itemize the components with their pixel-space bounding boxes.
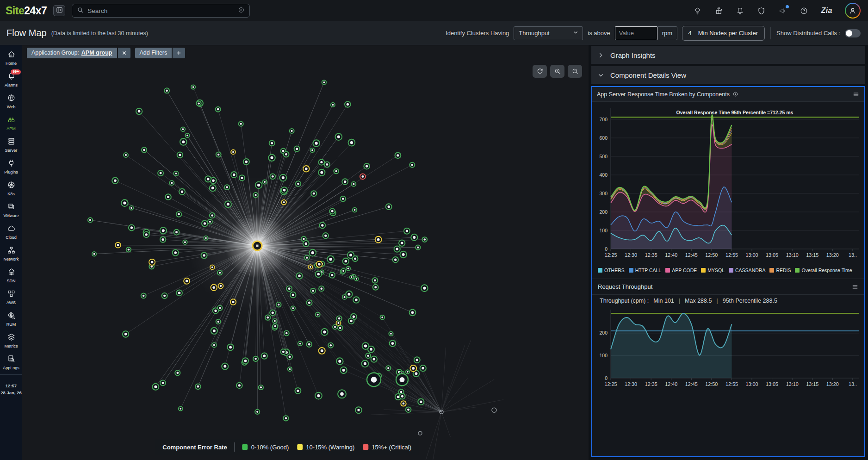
svg-text:13:20: 13:20 — [826, 381, 839, 387]
search-input[interactable] — [87, 7, 234, 14]
search-clear-icon[interactable] — [238, 6, 245, 15]
svg-text:13:20: 13:20 — [826, 252, 839, 258]
sidebar-item-k8s[interactable]: K8s — [0, 178, 22, 199]
svg-text:12:50: 12:50 — [705, 252, 718, 258]
sidebar-item-apm[interactable]: APM — [0, 112, 22, 134]
search-bar[interactable] — [72, 4, 250, 18]
cluster-label: Identify Clusters Having — [446, 30, 509, 37]
chart-legend-item[interactable]: APP CODE — [665, 267, 697, 273]
sidebar-item-applogs[interactable]: AppLogs — [0, 352, 22, 373]
legend-title: Component Error Rate — [162, 444, 227, 451]
user-avatar[interactable] — [845, 3, 861, 19]
sidebar-item-label: Web — [7, 105, 15, 109]
svg-text:Overall Response Time 95th Per: Overall Response Time 95th Percentile =7… — [676, 110, 794, 115]
network-icon — [7, 246, 16, 255]
lightbulb-icon[interactable] — [693, 6, 702, 15]
svg-text:12:25: 12:25 — [604, 381, 617, 387]
max-label: Max — [685, 298, 696, 304]
legend-item: 10-15% (Warning) — [297, 444, 354, 451]
page-subtitle: (Data is limited to the last 30 minutes) — [51, 30, 148, 37]
svg-text:600: 600 — [599, 135, 608, 141]
map-controls — [533, 65, 582, 78]
sidebar-item-alarms[interactable]: 99+Alarms — [0, 69, 22, 91]
sidebar-item-label: SDN — [6, 279, 15, 283]
chip-value[interactable]: APM group — [81, 50, 112, 56]
chart-legend-item[interactable]: OTHERS — [598, 267, 625, 273]
sidebar-collapse-button[interactable] — [53, 5, 65, 16]
refresh-map-button[interactable] — [533, 65, 547, 78]
chart-menu-icon[interactable] — [852, 91, 860, 98]
chart-title: App Server Response Time Broken by Compo… — [597, 91, 730, 98]
filter-chips-row: Application Group:APM groupAdd Filters — [22, 45, 589, 60]
chart-legend-item[interactable]: HTTP CALL — [629, 267, 661, 273]
sidebar-item-metrics[interactable]: Metrics — [0, 330, 22, 352]
metric-dropdown[interactable]: Throughput — [514, 26, 583, 40]
throughput-stats: Throughput (cpm) : Min 101 | Max 288.5 |… — [592, 294, 864, 305]
add-filter-button[interactable] — [173, 48, 185, 58]
sidebar-item-plugins[interactable]: Plugins — [0, 156, 22, 178]
search-icon — [77, 6, 84, 15]
throughput-chart-header: Request Throughput — [592, 279, 864, 294]
divider — [770, 27, 771, 39]
svg-text:13:00: 13:00 — [746, 381, 758, 387]
zoom-in-button[interactable] — [550, 65, 564, 78]
p95-label: 95th Percentile — [723, 298, 761, 304]
flow-map: Component Error Rate 0-10% (Good)10-15% … — [22, 60, 589, 460]
svg-text:400: 400 — [599, 172, 608, 178]
divider — [235, 442, 235, 452]
svg-text:12:45: 12:45 — [685, 381, 698, 387]
binoculars-icon — [7, 115, 16, 125]
top-navbar: Site24x7 Zia — [0, 0, 868, 21]
add-filters-chip[interactable]: Add Filters — [135, 48, 186, 58]
svg-text:100: 100 — [599, 353, 608, 358]
threshold-value-input[interactable] — [615, 26, 657, 40]
chip-label: Add Filters — [140, 50, 167, 56]
distributed-calls-label: Show Distributed Calls : — [776, 30, 840, 37]
sidebar-item-network[interactable]: Network — [0, 243, 22, 265]
svg-text:12:35: 12:35 — [645, 252, 657, 258]
remove-filter-button[interactable] — [118, 48, 130, 58]
chart-menu-icon[interactable] — [851, 283, 859, 291]
chart-legend-item[interactable]: CASSANDRA — [729, 267, 765, 273]
home-icon — [7, 50, 16, 60]
min-nodes-control[interactable]: 4 Min Nodes per Cluster — [682, 26, 765, 41]
shield-icon[interactable] — [757, 6, 766, 15]
component-details-section[interactable]: Component Details View — [591, 66, 865, 84]
chart-legend-item[interactable]: Overall Response Time — [795, 267, 852, 273]
sidebar-item-server[interactable]: Server — [0, 134, 22, 156]
sidebar-item-label: Network — [3, 257, 19, 261]
notifications-icon[interactable] — [736, 6, 744, 15]
svg-text:0: 0 — [605, 246, 608, 252]
chevron-down-icon — [597, 71, 605, 79]
help-icon[interactable] — [800, 6, 808, 15]
svg-text:13..: 13.. — [849, 381, 857, 387]
chart-legend-item[interactable]: MYSQL — [701, 267, 725, 273]
site24x7-logo[interactable]: Site24x7 — [6, 5, 47, 17]
svg-text:12:55: 12:55 — [725, 381, 738, 387]
server-icon — [7, 137, 16, 147]
sidebar-item-label: APM — [6, 126, 16, 131]
sidebar-item-cloud[interactable]: Cloud — [0, 221, 22, 243]
gift-icon[interactable] — [714, 6, 723, 15]
sidebar-item-web[interactable]: Web — [0, 91, 22, 112]
announcements-icon[interactable] — [778, 6, 787, 15]
filter-chip-application-group[interactable]: Application Group:APM group — [27, 48, 130, 58]
zoom-out-button[interactable] — [568, 65, 582, 78]
graph-insights-section[interactable]: Graph Insights — [591, 46, 865, 64]
sidebar-item-rum[interactable]: RUM — [0, 308, 22, 330]
info-icon[interactable] — [732, 91, 738, 97]
zia-icon[interactable]: Zia — [821, 6, 832, 15]
error-rate-legend: Component Error Rate 0-10% (Good)10-15% … — [155, 439, 419, 455]
flow-map-canvas[interactable] — [22, 60, 589, 460]
globe-icon — [7, 93, 16, 103]
sidebar-item-label: Plugins — [4, 170, 18, 174]
svg-text:12:35: 12:35 — [645, 381, 657, 387]
sidebar-item-home[interactable]: Home — [0, 47, 22, 69]
sidebar-item-aws[interactable]: AWS — [0, 286, 22, 308]
clock-time: 12:57 — [0, 382, 21, 389]
min-nodes-value[interactable]: 4 — [688, 30, 692, 37]
show-distributed-calls-toggle[interactable] — [845, 29, 861, 37]
sidebar-item-vmware[interactable]: VMware — [0, 199, 22, 221]
chart-legend-item[interactable]: REDIS — [769, 267, 791, 273]
sidebar-item-sdn[interactable]: SDN — [0, 265, 22, 286]
